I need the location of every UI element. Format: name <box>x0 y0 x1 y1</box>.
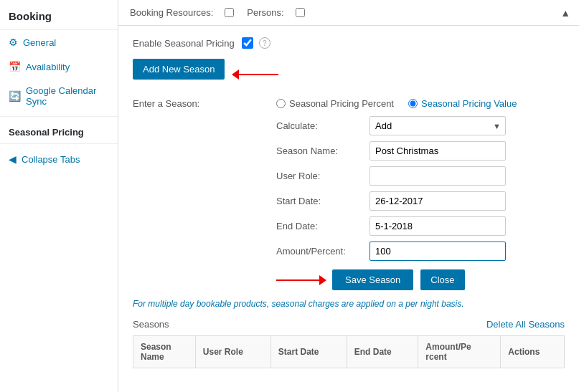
start-date-label: Start Date: <box>276 196 369 206</box>
col-user-role: User Role <box>195 336 270 368</box>
content-area: Enable Seasonal Pricing ? Add New Season… <box>118 26 579 380</box>
pricing-type-row: Seasonal Pricing Percent Seasonal Pricin… <box>276 98 565 109</box>
notice-text: For multiple day bookable products, seas… <box>133 299 565 309</box>
sidebar-item-google-calendar[interactable]: 🔄 Google Calendar Sync <box>0 79 118 113</box>
col-actions: Actions <box>501 336 565 368</box>
season-name-label: Season Name: <box>276 145 369 156</box>
seasons-section: Seasons Delete All Seasons SeasonName Us… <box>133 319 565 368</box>
col-start-date: Start Date <box>270 336 347 368</box>
calculate-select[interactable]: Add Subtract Multiply <box>369 116 506 135</box>
season-name-input[interactable] <box>369 141 506 161</box>
seasons-table: SeasonName User Role Start Date End Date… <box>133 335 565 368</box>
pricing-percent-option[interactable]: Seasonal Pricing Percent <box>276 98 394 109</box>
sidebar-item-general[interactable]: ⚙ General <box>0 30 118 54</box>
table-header-row: SeasonName User Role Start Date End Date… <box>133 336 565 368</box>
add-season-row: Add New Season <box>133 59 565 90</box>
save-season-button[interactable]: Save Season <box>332 269 413 290</box>
sidebar: Booking ⚙ General 📅 Availability 🔄 Googl… <box>0 0 118 392</box>
seasons-header: Seasons Delete All Seasons <box>133 319 565 330</box>
main-content: Booking Resources: Persons: ▲ Enable Sea… <box>118 0 579 392</box>
col-amount-percent: Amount/Percent <box>418 336 501 368</box>
enter-season-section: Enter a Season: Seasonal Pricing Percent… <box>133 98 565 299</box>
save-arrow <box>276 275 326 285</box>
seasons-title: Seasons <box>133 319 169 330</box>
start-date-row: Start Date: <box>276 191 565 211</box>
booking-resources-label: Booking Resources: <box>130 7 213 18</box>
start-date-input[interactable] <box>369 191 506 211</box>
enable-seasonal-pricing-label: Enable Seasonal Pricing <box>133 38 235 49</box>
col-season-name: SeasonName <box>133 336 196 368</box>
col-end-date: End Date <box>347 336 418 368</box>
end-date-label: End Date: <box>276 221 369 231</box>
close-button[interactable]: Close <box>420 269 464 290</box>
persons-checkbox[interactable] <box>296 8 305 17</box>
buttons-row: Save Season Close <box>276 269 565 290</box>
scroll-up-icon[interactable]: ▲ <box>560 7 570 19</box>
add-arrow <box>232 70 278 80</box>
arrow-line <box>239 74 278 75</box>
collapse-icon: ◀ <box>9 153 17 165</box>
amount-input[interactable] <box>369 242 506 261</box>
end-date-input[interactable] <box>369 216 506 236</box>
help-icon[interactable]: ? <box>259 37 270 49</box>
add-new-season-button[interactable]: Add New Season <box>133 59 225 80</box>
sync-icon: 🔄 <box>9 90 21 102</box>
pricing-percent-radio[interactable] <box>276 99 286 108</box>
sidebar-seasonal-pricing-label: Seasonal Pricing <box>0 120 118 140</box>
end-date-row: End Date: <box>276 216 565 236</box>
user-role-input[interactable] <box>369 166 506 186</box>
amount-row: Amount/Percent: <box>276 242 565 261</box>
calculate-select-wrapper: Add Subtract Multiply ▼ <box>369 116 506 135</box>
calendar-icon: 📅 <box>9 61 21 72</box>
save-arrow-head-icon <box>319 275 326 285</box>
form-right-content: Seasonal Pricing Percent Seasonal Pricin… <box>276 98 565 299</box>
gear-icon: ⚙ <box>9 37 18 48</box>
sidebar-title: Booking <box>0 0 118 30</box>
calculate-row: Calculate: Add Subtract Multiply ▼ <box>276 116 565 135</box>
amount-label: Amount/Percent: <box>276 246 369 257</box>
season-name-row: Season Name: <box>276 141 565 161</box>
delete-all-seasons-link[interactable]: Delete All Seasons <box>486 319 565 330</box>
pricing-value-option[interactable]: Seasonal Pricing Value <box>408 98 517 109</box>
persons-label: Persons: <box>247 7 283 18</box>
sidebar-item-availability[interactable]: 📅 Availability <box>0 54 118 79</box>
enable-seasonal-pricing-row: Enable Seasonal Pricing ? <box>133 37 565 49</box>
user-role-label: User Role: <box>276 171 369 181</box>
sidebar-item-collapse-tabs[interactable]: ◀ Collapse Tabs <box>0 147 118 171</box>
top-bar: Booking Resources: Persons: ▲ <box>118 0 579 26</box>
user-role-row: User Role: <box>276 166 565 186</box>
save-arrow-line <box>276 279 319 281</box>
calculate-label: Calculate: <box>276 120 369 131</box>
arrow-head-icon <box>232 70 239 80</box>
enter-season-label: Enter a Season: <box>133 95 199 109</box>
pricing-value-radio[interactable] <box>408 99 418 108</box>
booking-resources-checkbox[interactable] <box>225 8 234 17</box>
enable-seasonal-pricing-checkbox[interactable] <box>242 37 253 49</box>
form-left-label: Enter a Season: <box>133 98 276 109</box>
